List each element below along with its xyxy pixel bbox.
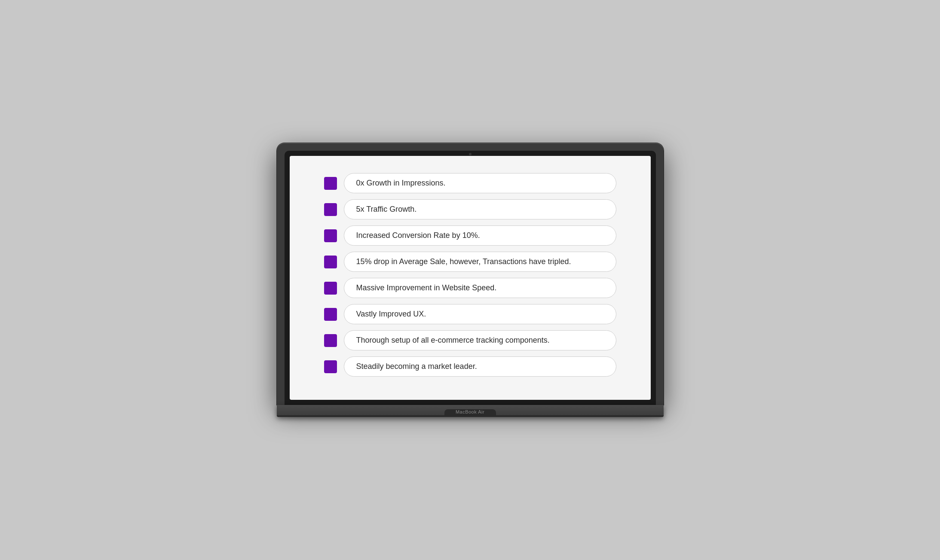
screen-bezel: 0x Growth in Impressions.5x Traffic Grow…	[285, 151, 656, 405]
list-item: Increased Conversion Rate by 10%.	[324, 225, 616, 246]
list-item-text: 5x Traffic Growth.	[344, 199, 616, 219]
laptop-base: MacBook Air	[277, 405, 664, 417]
camera-dot	[469, 153, 472, 155]
list-item-text: 0x Growth in Impressions.	[344, 173, 616, 193]
list-item-text: Increased Conversion Rate by 10%.	[344, 225, 616, 246]
list-item: 15% drop in Average Sale, however, Trans…	[324, 252, 616, 272]
list-item: Steadily becoming a market leader.	[324, 356, 616, 377]
list-item: Thorough setup of all e-commerce trackin…	[324, 330, 616, 350]
screen-content: 0x Growth in Impressions.5x Traffic Grow…	[290, 156, 651, 400]
bullet-square-icon	[324, 203, 337, 216]
bullet-square-icon	[324, 334, 337, 347]
list-item: Massive Improvement in Website Speed.	[324, 278, 616, 298]
bullet-square-icon	[324, 308, 337, 321]
list-item: 0x Growth in Impressions.	[324, 173, 616, 193]
bullet-square-icon	[324, 282, 337, 295]
list-item: Vastly Improved UX.	[324, 304, 616, 324]
bullet-square-icon	[324, 177, 337, 190]
list-item-text: Vastly Improved UX.	[344, 304, 616, 324]
list-item-text: 15% drop in Average Sale, however, Trans…	[344, 252, 616, 272]
bullet-square-icon	[324, 229, 337, 242]
list-item-text: Steadily becoming a market leader.	[344, 356, 616, 377]
list-item: 5x Traffic Growth.	[324, 199, 616, 219]
laptop-mockup: 0x Growth in Impressions.5x Traffic Grow…	[277, 143, 664, 417]
list-item-text: Massive Improvement in Website Speed.	[344, 278, 616, 298]
bullet-square-icon	[324, 360, 337, 373]
laptop-body: 0x Growth in Impressions.5x Traffic Grow…	[277, 143, 664, 405]
list-item-text: Thorough setup of all e-commerce trackin…	[344, 330, 616, 350]
bullet-square-icon	[324, 256, 337, 268]
brand-label: MacBook Air	[456, 409, 484, 414]
